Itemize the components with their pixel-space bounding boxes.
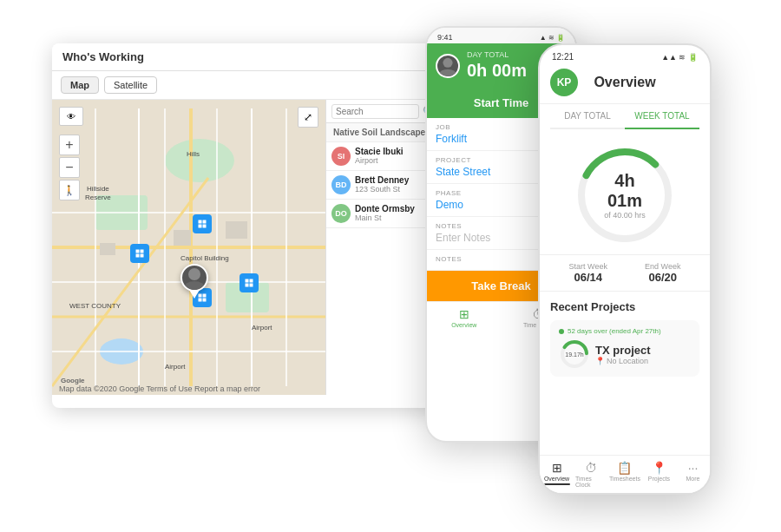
badge-dot — [559, 329, 564, 334]
phone2-nav-timesclock[interactable]: ⏱ Times Clock — [574, 456, 607, 493]
phone2-timeclock-label: Times Clock — [575, 476, 606, 488]
recent-project-details: TX project 📍 No Location — [595, 344, 691, 365]
svg-rect-32 — [135, 253, 139, 257]
tab-map[interactable]: Map — [61, 76, 99, 94]
phone1-signal-icons: ▲ ≋ 🔋 — [540, 34, 565, 42]
map-area[interactable]: Hills Hillside Reserve City Capitol Buil… — [52, 100, 325, 395]
pegman-button[interactable]: 🚶 — [59, 180, 80, 200]
scene: Who's Working ? Map Satellite — [0, 0, 781, 532]
phone1-overview-icon: ⊞ — [459, 307, 469, 321]
mini-gauge-label: 19.17h — [565, 351, 583, 358]
phone1-nav-overview[interactable]: ⊞ Overview — [427, 302, 502, 333]
svg-text:Airport: Airport — [165, 363, 186, 371]
svg-rect-18 — [174, 230, 191, 246]
gauge-center-text: 4h 01m of 40.00 hrs — [599, 171, 651, 220]
phone2-nav-overview[interactable]: ⊞ Overview — [540, 456, 574, 493]
map-body: Hills Hillside Reserve City Capitol Buil… — [52, 100, 460, 395]
phone2-nav-timesheets[interactable]: 📋 Timesheets — [607, 456, 642, 493]
location-icon: 📍 — [595, 357, 605, 365]
phone2-nav-more[interactable]: ··· More — [676, 456, 710, 493]
svg-rect-39 — [249, 279, 253, 282]
svg-rect-38 — [245, 279, 248, 282]
recent-project-item[interactable]: 52 days over (ended Apr 27th) 19.17h TX … — [550, 320, 699, 377]
mini-gauge: 19.17h — [559, 338, 590, 370]
svg-text:Reserve: Reserve — [85, 194, 111, 201]
svg-rect-41 — [249, 283, 253, 286]
phone2-projects-icon: 📍 — [652, 461, 666, 475]
svg-point-1 — [165, 139, 234, 182]
phone2-nav-projects[interactable]: 📍 Projects — [642, 456, 676, 493]
zoom-out-button[interactable]: − — [59, 157, 80, 178]
phone2-avatar: KP — [550, 69, 578, 96]
avatar-2: BD — [331, 175, 351, 194]
svg-text:Google: Google — [61, 377, 85, 384]
phone2-status-bar: 12:21 ▲▲ ≋ 🔋 — [540, 45, 710, 65]
phone2-timesheets-icon: 📋 — [617, 461, 632, 475]
map-zoom-controls: + − 🚶 — [59, 135, 80, 200]
svg-text:Hills: Hills — [187, 150, 200, 158]
map-expand-button[interactable]: ⤢ — [298, 107, 318, 128]
phone2-gauge-area: 4h 01m of 40.00 hrs — [540, 129, 710, 254]
sidebar-search-input[interactable] — [331, 104, 419, 119]
phone1-status-bar: 9:41 ▲ ≋ 🔋 — [427, 28, 575, 43]
map-layer-button[interactable]: 👁 — [59, 107, 83, 126]
map-title: Who's Working — [62, 50, 144, 63]
week-start-label: Start Week — [569, 262, 607, 271]
eye-icon: 👁 — [67, 112, 75, 122]
phone2-timeclock-icon: ⏱ — [585, 461, 597, 475]
badge-text: 52 days over (ended Apr 27th) — [568, 327, 661, 335]
svg-point-46 — [188, 268, 200, 280]
avatar-3: DO — [331, 204, 351, 223]
svg-text:Hillside: Hillside — [87, 185, 109, 193]
map-pin-3[interactable] — [240, 273, 259, 292]
tab-satellite[interactable]: Satellite — [104, 76, 157, 94]
week-end-label: End Week — [645, 262, 680, 271]
phone2-nav: ⊞ Overview ⏱ Times Clock 📋 Timesheets 📍 … — [540, 455, 710, 493]
svg-rect-35 — [203, 220, 207, 223]
svg-rect-33 — [140, 253, 143, 257]
tab-day-total[interactable]: DAY TOTAL — [550, 104, 625, 128]
phone2-projects-label: Projects — [648, 476, 670, 482]
svg-rect-31 — [140, 249, 143, 253]
map-svg: Hills Hillside Reserve City Capitol Buil… — [52, 100, 325, 395]
phone2-time: 12:21 — [552, 52, 574, 62]
svg-rect-36 — [199, 224, 202, 227]
gauge-container: 4h 01m of 40.00 hrs — [573, 143, 677, 247]
phone2-title: Overview — [585, 75, 665, 90]
tab-week-total[interactable]: WEEK TOTAL — [625, 104, 699, 129]
map-pin-2[interactable] — [193, 214, 212, 233]
recent-project-name: TX project — [595, 344, 691, 357]
map-pin-1[interactable] — [130, 244, 149, 263]
svg-rect-40 — [245, 283, 248, 286]
phone1-avatar — [436, 54, 460, 78]
phone1-time: 9:41 — [437, 33, 453, 42]
phone2-tabs: DAY TOTAL WEEK TOTAL — [550, 104, 699, 129]
week-end-item: End Week 06/20 — [645, 262, 680, 284]
svg-text:WEST COUNTY: WEST COUNTY — [69, 302, 121, 310]
phone2-timesheets-label: Timesheets — [609, 476, 640, 482]
week-start-item: Start Week 06/14 — [569, 262, 607, 284]
location-text: No Location — [607, 357, 648, 365]
recent-projects-title: Recent Projects — [550, 300, 699, 313]
zoom-in-button[interactable]: + — [59, 135, 80, 155]
phone2-week-info: Start Week 06/14 End Week 06/20 — [540, 254, 710, 292]
phone2-signal-icons: ▲▲ ≋ 🔋 — [661, 53, 698, 62]
svg-rect-20 — [100, 243, 115, 255]
recent-project-main: 19.17h TX project 📍 No Location — [559, 338, 691, 370]
person-pin[interactable] — [179, 264, 210, 300]
active-nav-indicator — [544, 483, 570, 485]
phone2: 12:21 ▲▲ ≋ 🔋 KP Overview DAY TOTAL WEEK … — [538, 43, 712, 495]
gauge-time: 4h 01m — [599, 171, 651, 211]
svg-point-49 — [439, 69, 456, 76]
svg-point-47 — [184, 281, 205, 290]
phone2-recent-projects: Recent Projects 52 days over (ended Apr … — [540, 292, 710, 385]
map-attribution: Map data ©2020 Google Terms of Use Repor… — [59, 384, 260, 393]
svg-rect-30 — [135, 249, 139, 253]
svg-point-48 — [443, 57, 452, 67]
map-panel: Who's Working ? Map Satellite — [52, 43, 460, 408]
svg-rect-37 — [203, 224, 207, 227]
map-titlebar: Who's Working ? — [52, 43, 460, 71]
svg-text:Airport: Airport — [252, 324, 272, 332]
week-end-value: 06/20 — [645, 271, 680, 284]
phone2-overview-label: Overview — [544, 476, 569, 482]
